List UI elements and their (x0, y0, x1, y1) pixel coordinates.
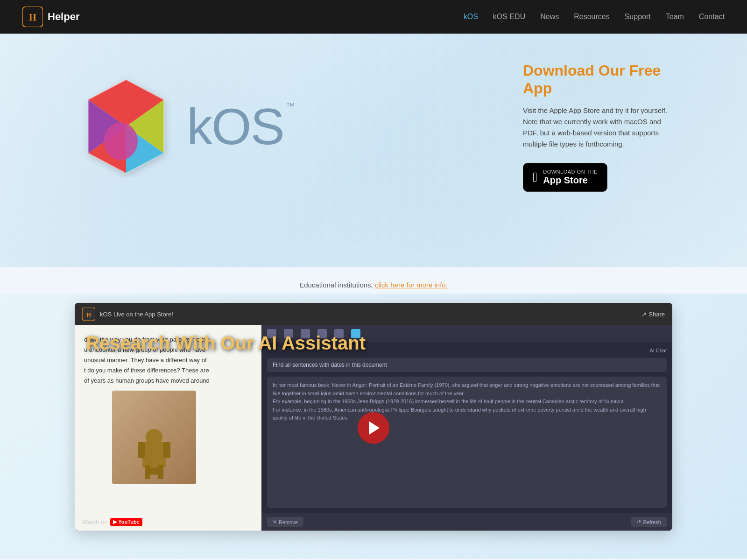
doc-line-2: u encounter a new group of people who ha… (84, 345, 252, 355)
watch-on-label: Watch on ▶ YouTube (82, 518, 142, 526)
app-store-large-text: App Store (543, 175, 598, 186)
refresh-label: Refresh (643, 519, 661, 525)
youtube-badge: ▶ YouTube (110, 518, 142, 526)
video-share-button[interactable]: ↗ Share (641, 311, 665, 318)
svg-rect-15 (138, 442, 145, 458)
download-panel: Download Our Free App Visit the Apple Ap… (523, 62, 672, 192)
download-title: Download Our Free App (523, 62, 672, 98)
app-store-text: Download on the App Store (543, 169, 598, 186)
app-store-button[interactable]:  Download on the App Store (523, 163, 607, 192)
video-section: H kOS Live on the App Store! ↗ Share Res… (0, 294, 747, 559)
ai-panel-body: AI Chat Find all sentences with dates in… (261, 342, 672, 513)
remove-button[interactable]: ✕ Remove (267, 517, 303, 527)
hero-section: kOS ™ Download Our Free App Visit the Ap… (0, 34, 747, 267)
statue-icon (124, 395, 184, 479)
remove-label: Remove (279, 519, 298, 525)
nav-resources[interactable]: Resources (574, 13, 609, 21)
svg-rect-18 (158, 465, 163, 479)
doc-line-3: unusual manner. They have a different wa… (84, 355, 252, 365)
app-store-small-text: Download on the (543, 169, 598, 175)
svg-rect-16 (163, 442, 170, 458)
play-triangle-icon (369, 421, 380, 434)
toolbar-icon-5 (334, 329, 344, 338)
ai-chat-label: AI Chat (267, 348, 667, 353)
video-channel-name: kOS Live on the App Store! (100, 311, 173, 318)
video-doc-panel: d live the way you do from your parents,… (75, 325, 261, 531)
logo-link[interactable]: H Helper (22, 7, 79, 27)
toolbar-icon-3 (301, 329, 310, 338)
nav-contact[interactable]: Contact (699, 13, 725, 21)
svg-text:H: H (29, 12, 36, 22)
toolbar-icon-6 (351, 329, 360, 338)
refresh-button[interactable]: ↺ Refresh (631, 517, 667, 527)
ai-response-text: In her most famous book, Never in Anger:… (273, 381, 661, 422)
share-icon: ↗ (641, 311, 647, 318)
download-description: Visit the Apple App Store and try it for… (523, 105, 672, 150)
logo-text: Helper (48, 11, 79, 23)
ai-query-text: Find all sentences with dates in this do… (273, 362, 661, 368)
video-wrapper: H kOS Live on the App Store! ↗ Share Res… (75, 303, 672, 531)
video-header-left: H kOS Live on the App Store! (82, 308, 173, 321)
kos-wordmark: kOS (187, 101, 284, 152)
doc-line-4: t do you make of these differences? Thes… (84, 365, 252, 376)
edu-note: Educational institutions, click here for… (75, 281, 672, 289)
nav-links: kOS kOS EDU News Resources Support Team … (464, 13, 725, 21)
share-label: Share (648, 311, 665, 318)
kos-app-icon (75, 75, 177, 178)
video-header: H kOS Live on the App Store! ↗ Share (75, 303, 672, 325)
toolbar-icon-4 (317, 329, 327, 338)
svg-rect-13 (142, 442, 166, 468)
svg-point-8 (104, 123, 138, 160)
kos-tm-symbol: ™ (286, 101, 295, 112)
kos-wordmark-area: kOS ™ (187, 101, 295, 152)
kos-logo-area: kOS ™ (75, 75, 523, 178)
ai-panel-footer: ✕ Remove ↺ Refresh (261, 513, 672, 531)
nav-support[interactable]: Support (625, 13, 651, 21)
toolbar-icon-2 (284, 329, 293, 338)
video-doc-text: d live the way you do from your parents,… (84, 335, 252, 386)
nav-kosedu[interactable]: kOS EDU (493, 13, 525, 21)
toolbar-icon-1 (267, 329, 276, 338)
remove-x-icon: ✕ (273, 519, 277, 525)
navbar: H Helper kOS kOS EDU News Resources Supp… (0, 0, 747, 34)
hero-content-row: kOS ™ Download Our Free App Visit the Ap… (75, 62, 672, 192)
doc-line-1: d live the way you do from your parents,… (84, 335, 252, 345)
nav-team[interactable]: Team (666, 13, 684, 21)
video-channel-icon: H (82, 308, 95, 321)
ai-query-box: Find all sentences with dates in this do… (267, 358, 667, 372)
svg-text:H: H (86, 311, 91, 318)
ai-panel-toolbar (261, 325, 672, 342)
video-ai-panel: AI Chat Find all sentences with dates in… (261, 325, 672, 531)
edu-more-info-link[interactable]: click here for more info. (375, 281, 448, 289)
doc-image-placeholder (112, 391, 196, 484)
doc-line-5: of years as human groups have moved arou… (84, 376, 252, 386)
svg-rect-17 (145, 465, 150, 479)
svg-point-14 (146, 429, 162, 446)
apple-icon:  (533, 171, 537, 184)
video-overlay: Research With Our AI Assistant d live th… (75, 325, 672, 531)
watch-on-text: Watch on (82, 518, 107, 525)
ai-response-box: In her most famous book, Never in Anger:… (267, 377, 667, 508)
nav-news[interactable]: News (540, 13, 559, 21)
helper-systems-logo-icon: H (22, 7, 43, 27)
play-button[interactable] (358, 412, 389, 444)
nav-kos[interactable]: kOS (464, 13, 478, 21)
edu-note-text: Educational institutions, (299, 281, 373, 289)
refresh-icon: ↺ (637, 519, 641, 525)
